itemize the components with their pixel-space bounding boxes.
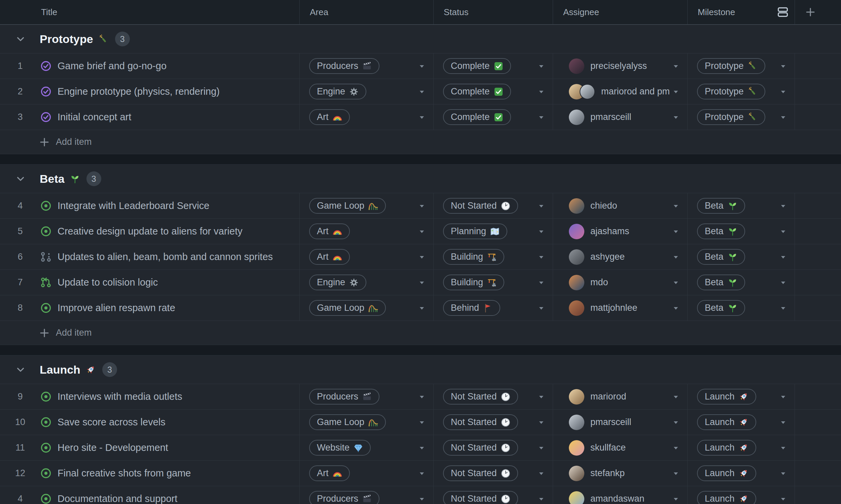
item-title[interactable]: Updates to alien, beam, bomb and cannon …	[57, 251, 273, 263]
caret-down-icon	[418, 114, 425, 121]
area-cell[interactable]: Engine	[299, 79, 433, 104]
milestone-cell[interactable]: Beta	[687, 270, 794, 295]
status-cell[interactable]: Not Started	[433, 461, 553, 486]
assignee-cell[interactable]: chiedo	[553, 193, 687, 218]
area-cell[interactable]: Art	[299, 244, 433, 269]
chevron-down-icon[interactable]	[16, 34, 25, 44]
status-cell[interactable]: Complete	[433, 53, 553, 79]
add-item-button[interactable]: Add item	[0, 130, 841, 154]
caret-down-icon	[418, 279, 425, 286]
pill-label: Not Started	[451, 417, 497, 427]
add-field-button[interactable]	[794, 0, 841, 24]
item-title[interactable]: Initial concept art	[57, 111, 131, 123]
milestone-cell[interactable]: Beta	[687, 219, 794, 244]
area-cell[interactable]: Producers	[299, 384, 433, 409]
status-cell[interactable]: Building	[433, 270, 553, 295]
assignee-cell[interactable]: ashygee	[553, 244, 687, 269]
area-cell[interactable]: Website	[299, 435, 433, 460]
milestone-cell[interactable]: Launch	[687, 435, 794, 460]
milestone-cell[interactable]: Launch	[687, 410, 794, 435]
assignee-cell[interactable]: stefankp	[553, 461, 687, 486]
item-title[interactable]: Final creative shots from game	[57, 468, 191, 479]
item-title[interactable]: Improve alien respawn rate	[57, 302, 175, 313]
item-title[interactable]: Creative design update to aliens for var…	[57, 226, 243, 237]
area-cell[interactable]: Producers	[299, 486, 433, 504]
status-cell[interactable]: Not Started	[433, 435, 553, 460]
area-cell[interactable]: Game Loop	[299, 295, 433, 321]
row-number: 8	[0, 303, 40, 313]
table-row: 9 Interviews with media outlets Producer…	[0, 384, 841, 409]
status-cell[interactable]: Not Started	[433, 486, 553, 504]
column-header-assignee[interactable]: Assignee	[553, 0, 687, 24]
empty-cell	[794, 53, 841, 79]
row-number: 2	[0, 86, 40, 97]
area-cell[interactable]: Art	[299, 105, 433, 130]
status-cell[interactable]: Not Started	[433, 193, 553, 218]
area-cell[interactable]: Art	[299, 219, 433, 244]
table-row: 12 Final creative shots from game Art No…	[0, 460, 841, 486]
milestone-cell[interactable]: Launch	[687, 461, 794, 486]
assignee-cell[interactable]: mariorod	[553, 384, 687, 409]
pill-label: Launch	[705, 443, 735, 453]
assignee-cell[interactable]: skullface	[553, 435, 687, 460]
milestone-cell[interactable]: Beta	[687, 244, 794, 269]
item-title[interactable]: Integrate with Leaderboard Service	[57, 200, 209, 211]
seedling-icon	[728, 277, 737, 287]
status-cell[interactable]: Not Started	[433, 384, 553, 409]
avatar	[569, 389, 584, 404]
rocket-icon	[739, 392, 749, 401]
assignee-name: mdo	[590, 277, 608, 288]
rocket-icon	[739, 468, 749, 478]
assignee-cell[interactable]: pmarsceill	[553, 410, 687, 435]
chevron-down-icon[interactable]	[16, 174, 25, 184]
assignee-cell[interactable]: amandaswan	[553, 486, 687, 504]
status-cell[interactable]: Planning	[433, 219, 553, 244]
rows-layout-icon[interactable]	[777, 6, 789, 18]
milestone-cell[interactable]: Beta	[687, 295, 794, 321]
area-cell[interactable]: Game Loop	[299, 193, 433, 218]
caret-down-icon	[780, 445, 787, 451]
assignee-cell[interactable]: preciselyalyss	[553, 53, 687, 79]
milestone-cell[interactable]: Prototype	[687, 105, 794, 130]
caret-down-icon	[538, 114, 545, 121]
assignee-cell[interactable]: mattjohnlee	[553, 295, 687, 321]
item-title[interactable]: Save score across levels	[57, 417, 166, 428]
assignee-cell[interactable]: mariorod and pm	[553, 79, 687, 104]
milestone-cell[interactable]: Launch	[687, 384, 794, 409]
column-header-status[interactable]: Status	[433, 0, 553, 24]
column-header-area[interactable]: Area	[299, 0, 433, 24]
crane-icon	[487, 278, 497, 287]
status-cell[interactable]: Behind	[433, 295, 553, 321]
assignee-cell[interactable]: pmarsceill	[553, 105, 687, 130]
column-header-title[interactable]: Title	[0, 0, 299, 24]
rocket-icon	[86, 365, 96, 375]
item-title[interactable]: Documentation and support	[57, 493, 177, 504]
caret-down-icon	[538, 470, 545, 477]
status-cell[interactable]: Complete	[433, 79, 553, 104]
item-title[interactable]: Update to colision logic	[57, 277, 158, 288]
milestone-cell-pill: Prototype	[697, 58, 765, 74]
assignee-cell[interactable]: ajashams	[553, 219, 687, 244]
area-cell[interactable]: Engine	[299, 270, 433, 295]
area-cell[interactable]: Game Loop	[299, 410, 433, 435]
status-cell[interactable]: Complete	[433, 105, 553, 130]
milestone-cell[interactable]: Prototype	[687, 53, 794, 79]
item-title[interactable]: Engine prototype (physics, rendering)	[57, 86, 220, 97]
status-cell[interactable]: Building	[433, 244, 553, 269]
status-cell[interactable]: Not Started	[433, 410, 553, 435]
seedling-icon	[728, 252, 737, 262]
area-cell[interactable]: Art	[299, 461, 433, 486]
area-cell[interactable]: Producers	[299, 53, 433, 79]
item-title[interactable]: Hero site - Developement	[57, 442, 168, 453]
item-title[interactable]: Interviews with media outlets	[57, 391, 182, 402]
milestone-cell[interactable]: Launch	[687, 486, 794, 504]
empty-cell	[794, 461, 841, 486]
assignee-cell[interactable]: mdo	[553, 270, 687, 295]
milestone-cell[interactable]: Beta	[687, 193, 794, 218]
milestone-cell[interactable]: Prototype	[687, 79, 794, 104]
chevron-down-icon[interactable]	[16, 364, 25, 375]
add-item-button[interactable]: Add item	[0, 321, 841, 345]
column-header-milestone[interactable]: Milestone	[687, 0, 794, 24]
avatar-stack	[569, 84, 595, 100]
item-title[interactable]: Game brief and go-no-go	[57, 60, 167, 72]
